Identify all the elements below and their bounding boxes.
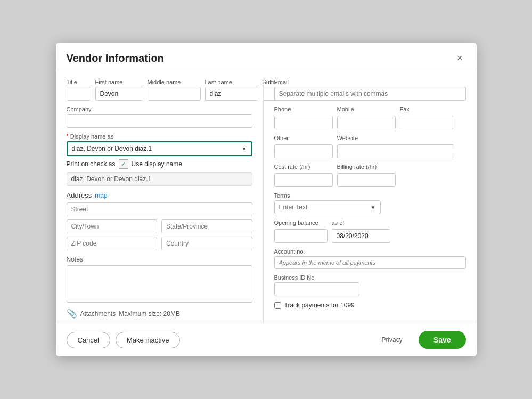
billing-rate-label: Billing rate (/hr) <box>337 164 396 170</box>
opening-balance-input[interactable] <box>274 229 328 243</box>
column-divider <box>263 79 264 323</box>
company-field-group: Company <box>67 106 252 128</box>
lastname-input[interactable] <box>205 87 258 101</box>
firstname-input[interactable] <box>95 87 143 101</box>
phone-row: Phone Mobile Fax <box>274 106 466 129</box>
city-state-row <box>67 219 252 233</box>
lastname-field-group: Last name <box>205 79 258 101</box>
middlename-input[interactable] <box>148 87 201 101</box>
account-no-label: Account no. <box>274 248 466 255</box>
other-field: Other <box>274 135 333 158</box>
modal-footer: Cancel Make inactive Privacy Save <box>56 323 477 356</box>
save-button[interactable]: Save <box>419 331 466 349</box>
as-of-field: as of <box>332 219 390 243</box>
city-input[interactable] <box>67 219 158 233</box>
company-input[interactable] <box>67 114 252 128</box>
display-name-label: * Display name as <box>67 133 252 140</box>
other-label: Other <box>274 135 333 141</box>
middlename-label: Middle name <box>148 79 201 85</box>
account-no-input[interactable] <box>274 256 466 269</box>
terms-dropdown-icon[interactable]: ▼ <box>366 202 380 213</box>
cancel-button[interactable]: Cancel <box>67 332 110 348</box>
website-label: Website <box>337 135 454 141</box>
use-display-name-checkbox[interactable]: ✓ <box>119 159 128 169</box>
make-inactive-button[interactable]: Make inactive <box>116 332 180 348</box>
notes-section: Notes <box>67 256 252 304</box>
cost-billing-group: Cost rate (/hr) Billing rate (/hr) <box>274 164 466 187</box>
phone-group: Phone Mobile Fax <box>274 106 466 129</box>
address-label: Address <box>67 191 92 199</box>
display-name-dropdown-icon[interactable]: ▼ <box>238 143 251 154</box>
cost-rate-label: Cost rate (/hr) <box>274 164 333 170</box>
business-id-label: Business ID No. <box>274 274 466 281</box>
state-input[interactable] <box>161 219 252 233</box>
notes-label: Notes <box>67 256 252 263</box>
email-input[interactable] <box>274 87 466 101</box>
opening-balance-group: Opening balance as of <box>274 219 466 243</box>
title-field-group: Title <box>67 79 91 101</box>
notes-textarea[interactable] <box>67 265 252 303</box>
as-of-input[interactable] <box>332 229 390 243</box>
address-label-row: Address map <box>67 191 252 199</box>
website-input[interactable] <box>337 144 454 158</box>
billing-rate-field: Billing rate (/hr) <box>337 164 396 187</box>
opening-balance-label: Opening balance <box>274 219 328 226</box>
paperclip-icon: 📎 <box>67 308 77 319</box>
right-column: Email Phone Mobile Fax <box>274 79 466 323</box>
other-website-group: Other Website <box>274 135 466 158</box>
track-1099-row: Track payments for 1099 <box>274 302 466 309</box>
cost-billing-row: Cost rate (/hr) Billing rate (/hr) <box>274 164 466 187</box>
name-row: Title First name Middle name Last name S… <box>67 79 252 101</box>
fax-input[interactable] <box>400 116 453 129</box>
fax-label: Fax <box>400 106 453 112</box>
mobile-input[interactable] <box>337 116 396 129</box>
company-label: Company <box>67 106 252 112</box>
cost-rate-input[interactable] <box>274 173 333 187</box>
lastname-label: Last name <box>205 79 258 85</box>
billing-rate-input[interactable] <box>337 173 396 187</box>
middlename-field-group: Middle name <box>148 79 201 101</box>
terms-select-wrapper: ▼ <box>274 200 381 214</box>
other-website-row: Other Website <box>274 135 466 158</box>
required-star: * <box>67 133 69 140</box>
vendor-information-modal: Vendor Information × Title First name Mi… <box>56 43 477 356</box>
modal-body: Title First name Middle name Last name S… <box>56 70 477 323</box>
display-name-input[interactable] <box>68 142 238 155</box>
email-label: Email <box>274 79 466 85</box>
attachments-row: 📎 Attachments Maximum size: 20MB <box>67 304 252 323</box>
track-1099-label: Track payments for 1099 <box>284 302 355 309</box>
modal-header: Vendor Information × <box>56 43 477 70</box>
mobile-field: Mobile <box>337 106 396 129</box>
left-column: Title First name Middle name Last name S… <box>67 79 252 323</box>
country-input[interactable] <box>161 237 252 250</box>
business-id-group: Business ID No. <box>274 274 466 296</box>
zip-country-row <box>67 237 252 250</box>
title-label: Title <box>67 79 91 85</box>
cost-rate-field: Cost rate (/hr) <box>274 164 333 187</box>
terms-input[interactable] <box>275 201 366 214</box>
firstname-label: First name <box>95 79 143 85</box>
title-input[interactable] <box>67 87 91 101</box>
phone-field: Phone <box>274 106 333 129</box>
privacy-link[interactable]: Privacy <box>381 336 402 344</box>
other-input[interactable] <box>274 144 333 158</box>
business-id-input[interactable] <box>274 282 359 296</box>
street-input[interactable] <box>67 202 252 216</box>
account-no-group: Account no. <box>274 248 466 269</box>
website-field: Website <box>337 135 454 158</box>
print-check-label: Print on check as <box>67 160 116 168</box>
modal-title: Vendor Information <box>67 52 164 64</box>
print-check-row: Print on check as ✓ Use display name <box>67 159 252 169</box>
display-name-field-group: * Display name as ▼ <box>67 133 252 156</box>
zip-input[interactable] <box>67 237 158 250</box>
map-link[interactable]: map <box>95 192 107 199</box>
email-field-group: Email <box>274 79 466 101</box>
opening-balance-field: Opening balance <box>274 219 328 243</box>
mobile-label: Mobile <box>337 106 396 112</box>
terms-label: Terms <box>274 192 466 199</box>
phone-input[interactable] <box>274 116 333 129</box>
as-of-label: as of <box>332 219 390 226</box>
phone-label: Phone <box>274 106 333 112</box>
close-button[interactable]: × <box>454 52 466 64</box>
track-1099-checkbox[interactable] <box>274 302 281 309</box>
